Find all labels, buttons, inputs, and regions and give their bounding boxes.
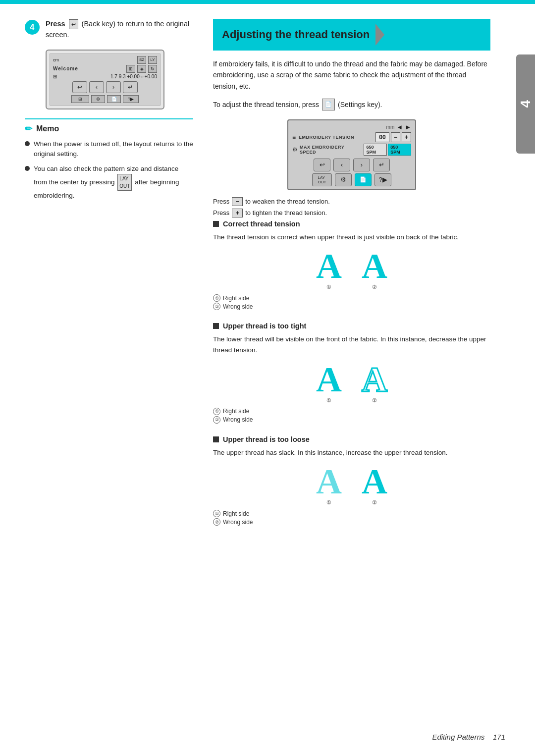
lcd-info-row: ⊞ 1.7 9.3 +0.00↔+0.00	[53, 74, 157, 79]
lcd2-doc-btn: 📄	[355, 173, 372, 186]
settings-line: To adjust the thread tension, press 📄 (S…	[213, 99, 490, 110]
lcd2-mm-row: mm ◄ ►	[292, 123, 411, 131]
lcd2-left-btn[interactable]: ‹	[333, 159, 350, 171]
lcd-bottom-row: ⊞ ⚙ 📄 ?▶	[53, 95, 157, 103]
lcd2-mm-label: mm	[386, 124, 395, 130]
page-content: 4 Press ↩ (Back key) to return to the or…	[0, 4, 535, 557]
lcd2-gear-btn: ⚙	[335, 173, 352, 186]
settings-key-icon: 📄	[322, 99, 335, 110]
lcd2-right-btn[interactable]: ›	[353, 159, 370, 171]
step-circle: 4	[25, 20, 40, 35]
correct-tension-section: Correct thread tension The thread tensio…	[213, 220, 490, 311]
lcd-ok-btn[interactable]: ↵	[123, 81, 138, 93]
correct-letter-1: A ①	[316, 248, 342, 290]
lcd2-ok-btn[interactable]: ↵	[373, 159, 390, 171]
tension-minus-btn[interactable]: −	[391, 132, 400, 142]
too-loose-right-side: ① Right side	[213, 510, 490, 517]
too-tight-letter-A1: A	[316, 362, 342, 397]
too-tight-num2: ②	[213, 416, 220, 424]
step-4-block: 4 Press ↩ (Back key) to return to the or…	[25, 19, 193, 41]
too-tight-letter-1: A ①	[316, 362, 342, 404]
lcd2-help-btn: ?▶	[374, 173, 391, 186]
too-loose-letter-2: A ②	[362, 464, 387, 506]
memo-bullet-1	[25, 141, 30, 146]
tension-thread-icon: ≡	[292, 134, 296, 141]
footer-page-number: 171	[493, 733, 505, 741]
correct-letter-A2: A	[362, 248, 387, 284]
settings-key-label: (Settings key).	[338, 99, 382, 110]
layout-out-btn: LAYOUT	[117, 174, 132, 191]
lcd2-back-btn[interactable]: ↩	[314, 159, 330, 171]
too-tight-right-side: ① Right side	[213, 408, 490, 415]
press-label-2: Press	[213, 209, 229, 216]
too-loose-section: Upper thread is too loose The upper thre…	[213, 435, 490, 526]
memo-icon: ✏	[25, 123, 32, 134]
speed-label: MAX EMBROIDERY SPEED	[300, 145, 362, 155]
too-loose-title-text: Upper thread is too loose	[223, 435, 310, 443]
speed-values: 650 SPM 850 SPM	[364, 144, 411, 156]
lcd-left-btn[interactable]: ‹	[89, 81, 104, 93]
lcd-top-icons: SZ LY	[137, 56, 157, 64]
lcd2-tension-row: ≡ EMBROIDERY TENSION 00 − +	[292, 132, 411, 142]
lcd-display: cm SZ LY Welcome ⊞ ◈ ↻	[50, 54, 160, 106]
step-text-press: Press	[46, 20, 65, 28]
correct-num1: ①	[213, 294, 220, 302]
tension-value: 00	[375, 132, 389, 142]
correct-bullet	[213, 221, 219, 227]
lcd-icon3: ↻	[148, 65, 157, 73]
step-text: Press ↩ (Back key) to return to the orig…	[46, 19, 193, 41]
tension-controls: 00 − +	[375, 132, 411, 142]
too-tight-title: Upper thread is too tight	[213, 322, 490, 330]
correct-tension-title: Correct thread tension	[213, 220, 490, 228]
correct-num2: ②	[213, 303, 220, 310]
too-tight-num1: ①	[213, 408, 220, 415]
intro-text: If embroidery fails, it is difficult to …	[213, 58, 490, 92]
right-column: Adjusting the thread tension If embroide…	[213, 19, 510, 538]
lcd-screen: cm SZ LY Welcome ⊞ ◈ ↻	[46, 50, 164, 109]
settings-lcd: mm ◄ ► ≡ EMBROIDERY TENSION 00 − + ⚙	[287, 119, 416, 190]
too-loose-label1: Right side	[223, 510, 249, 517]
plus-button-icon: +	[232, 209, 243, 217]
top-bar	[0, 0, 535, 4]
too-tight-circle-1: ①	[326, 397, 331, 404]
press-plus-line: Press + to tighten the thread tension.	[213, 209, 490, 217]
heading-arrow	[375, 24, 384, 46]
too-loose-letter-1: A ①	[316, 464, 342, 506]
lcd-bottom-icon4: ?▶	[123, 95, 139, 103]
press-label-1: Press	[213, 198, 229, 205]
press-plus-text: to tighten the thread tension.	[245, 209, 327, 216]
chapter-tab: 4	[516, 54, 535, 154]
too-tight-label2: Wrong side	[223, 416, 253, 423]
memo-title: ✏ Memo	[25, 123, 193, 134]
too-tight-letter-2: A ②	[362, 362, 387, 404]
lcd-icon1: ⊞	[126, 65, 135, 73]
correct-tension-text: The thread tension is correct when upper…	[213, 232, 490, 243]
lcd-cm-label: cm	[53, 57, 59, 62]
lcd2-nav-buttons: ↩ ‹ › ↵	[292, 159, 411, 171]
lcd-icon2: ◈	[137, 65, 146, 73]
lcd-bottom-icon1: ⊞	[71, 95, 89, 103]
correct-right-side: ① Right side	[213, 294, 490, 302]
lcd-back-btn[interactable]: ↩	[72, 81, 87, 93]
section-heading: Adjusting the thread tension	[213, 19, 490, 51]
too-tight-label1: Right side	[223, 408, 249, 415]
speed-val1: 650 SPM	[364, 144, 387, 156]
lcd-nav-row: ↩ ‹ › ↵	[53, 81, 157, 93]
correct-wrong-side: ② Wrong side	[213, 303, 490, 310]
correct-letter-A1: A	[316, 248, 342, 284]
lcd-right-btn[interactable]: ›	[106, 81, 121, 93]
memo-text-2: You can also check the pattern size and …	[34, 164, 193, 201]
too-loose-wrong-side: ② Wrong side	[213, 518, 490, 526]
tension-plus-btn[interactable]: +	[402, 132, 411, 142]
too-tight-side-labels: ① Right side ② Wrong side	[213, 408, 490, 424]
memo-title-text: Memo	[36, 124, 59, 133]
too-loose-num1: ①	[213, 510, 220, 517]
lcd2-speed-row: ⚙ MAX EMBROIDERY SPEED 650 SPM 850 SPM	[292, 144, 411, 156]
too-tight-title-text: Upper thread is too tight	[223, 322, 306, 330]
speed-icon: ⚙	[292, 146, 298, 153]
lcd-size-btn: SZ	[137, 56, 146, 64]
too-loose-circle-2: ②	[372, 499, 377, 506]
lcd-bottom-icon2: ⚙	[91, 95, 105, 103]
too-loose-letter-A2: A	[362, 464, 387, 499]
correct-circle-2: ②	[372, 284, 377, 290]
